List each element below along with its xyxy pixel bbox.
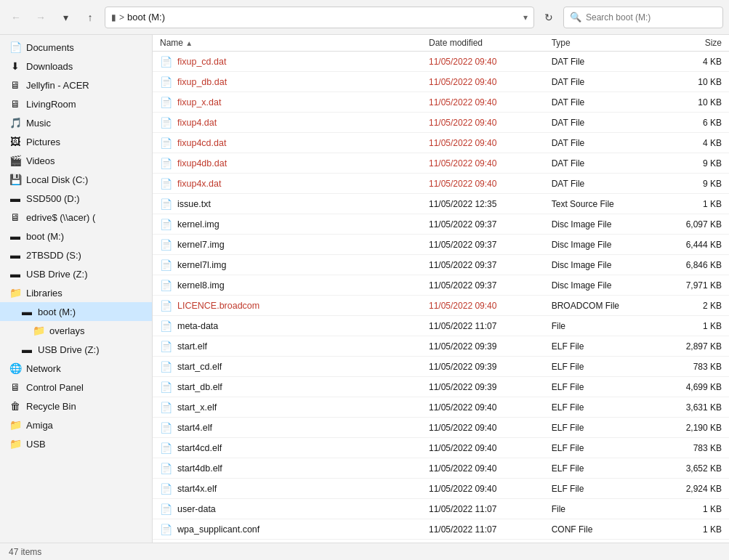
table-row[interactable]: 📄 wpa_supplicant.conf 11/05/2022 11:07 C… bbox=[153, 519, 729, 540]
file-name-text-22: user-data bbox=[177, 504, 216, 514]
file-size-9: 6,444 KB bbox=[661, 240, 729, 250]
address-dropdown-icon[interactable]: ▾ bbox=[523, 12, 528, 23]
file-icon-7: 📄 bbox=[160, 198, 173, 210]
file-date-14: 11/05/2022 09:39 bbox=[429, 341, 552, 352]
file-name-cell-6: 📄 fixup4x.dat bbox=[153, 178, 429, 190]
address-bar[interactable]: ▮ > boot (M:) ▾ bbox=[105, 7, 534, 28]
recent-button[interactable]: ▾ bbox=[55, 7, 76, 28]
file-icon-4: 📄 bbox=[160, 137, 173, 149]
sidebar-item-documents[interactable]: 📄Documents bbox=[0, 38, 152, 57]
file-type-9: Disc Image File bbox=[552, 240, 661, 250]
file-name-text-16: start_db.elf bbox=[177, 382, 222, 392]
file-name-text-19: start4cd.elf bbox=[177, 443, 222, 453]
sidebar-item-network[interactable]: 🌐Network bbox=[0, 359, 152, 378]
file-type-1: DAT File bbox=[552, 77, 661, 87]
file-name-text-18: start4.elf bbox=[177, 423, 212, 433]
table-row[interactable]: 📄 start_x.elf 11/05/2022 09:40 ELF File … bbox=[153, 397, 729, 418]
sidebar-icon-livingroom: 🖥 bbox=[9, 98, 22, 110]
file-rows-container: 📄 fixup_cd.dat 11/05/2022 09:40 DAT File… bbox=[153, 52, 729, 540]
sidebar-item-pictures[interactable]: 🖼Pictures bbox=[0, 132, 152, 151]
sidebar-label-livingroom: LivingRoom bbox=[26, 99, 76, 110]
sidebar-item-overlays[interactable]: 📁overlays bbox=[0, 321, 152, 340]
table-row[interactable]: 📄 issue.txt 11/05/2022 12:35 Text Source… bbox=[153, 194, 729, 214]
table-row[interactable]: 📄 kernel.img 11/05/2022 09:37 Disc Image… bbox=[153, 214, 729, 235]
table-row[interactable]: 📄 start4x.elf 11/05/2022 09:40 ELF File … bbox=[153, 479, 729, 499]
sidebar-label-recyclebin: Recycle Bin bbox=[26, 401, 76, 412]
table-row[interactable]: 📄 kernel7.img 11/05/2022 09:37 Disc Imag… bbox=[153, 235, 729, 255]
col-header-size[interactable]: Size bbox=[661, 38, 729, 48]
file-size-3: 6 KB bbox=[661, 118, 729, 128]
file-size-5: 9 KB bbox=[661, 158, 729, 169]
table-row[interactable]: 📄 fixup4x.dat 11/05/2022 09:40 DAT File … bbox=[153, 174, 729, 194]
table-row[interactable]: 📄 kernel7l.img 11/05/2022 09:37 Disc Ima… bbox=[153, 255, 729, 275]
sidebar-item-usbz2[interactable]: ▬USB Drive (Z:) bbox=[0, 340, 152, 359]
sidebar-item-ssd500[interactable]: ▬SSD500 (D:) bbox=[0, 189, 152, 208]
file-type-17: ELF File bbox=[552, 402, 661, 413]
table-row[interactable]: 📄 start_cd.elf 11/05/2022 09:39 ELF File… bbox=[153, 357, 729, 377]
file-date-23: 11/05/2022 11:07 bbox=[429, 524, 552, 535]
sidebar-item-controlpanel[interactable]: 🖥Control Panel bbox=[0, 378, 152, 397]
sidebar-label-music: Music bbox=[26, 118, 51, 129]
col-header-name[interactable]: Name ▲ bbox=[153, 38, 429, 48]
file-date-19: 11/05/2022 09:40 bbox=[429, 443, 552, 453]
sidebar-item-livingroom[interactable]: 🖥LivingRoom bbox=[0, 94, 152, 113]
table-row[interactable]: 📄 fixup4cd.dat 11/05/2022 09:40 DAT File… bbox=[153, 133, 729, 153]
file-icon-20: 📄 bbox=[160, 463, 173, 474]
search-bar[interactable]: 🔍 bbox=[563, 7, 723, 28]
sidebar-item-amiga[interactable]: 📁Amiga bbox=[0, 415, 152, 434]
sidebar-item-videos[interactable]: 🎬Videos bbox=[0, 151, 152, 170]
table-row[interactable]: 📄 kernel8.img 11/05/2022 09:37 Disc Imag… bbox=[153, 275, 729, 296]
up-button[interactable]: ↑ bbox=[80, 7, 100, 28]
table-row[interactable]: 📄 LICENCE.broadcom 11/05/2022 09:40 BROA… bbox=[153, 296, 729, 316]
refresh-icon: ↻ bbox=[544, 12, 553, 23]
table-row[interactable]: 📄 start_db.elf 11/05/2022 09:39 ELF File… bbox=[153, 377, 729, 397]
file-type-8: Disc Image File bbox=[552, 219, 661, 230]
forward-icon: → bbox=[36, 12, 46, 23]
file-icon-14: 📄 bbox=[160, 341, 173, 352]
file-name-cell-13: 📄 meta-data bbox=[153, 320, 429, 332]
table-row[interactable]: 📄 fixup4db.dat 11/05/2022 09:40 DAT File… bbox=[153, 153, 729, 174]
sidebar-item-libraries[interactable]: 📁Libraries bbox=[0, 283, 152, 302]
table-row[interactable]: 📄 start.elf 11/05/2022 09:39 ELF File 2,… bbox=[153, 336, 729, 357]
file-name-text-3: fixup4.dat bbox=[177, 118, 217, 128]
sidebar-item-usbz[interactable]: ▬USB Drive (Z:) bbox=[0, 264, 152, 283]
file-date-16: 11/05/2022 09:39 bbox=[429, 382, 552, 392]
sidebar-item-bootm[interactable]: ▬boot (M:) bbox=[0, 227, 152, 245]
table-row[interactable]: 📄 start4.elf 11/05/2022 09:40 ELF File 2… bbox=[153, 418, 729, 438]
table-row[interactable]: 📄 fixup_x.dat 11/05/2022 09:40 DAT File … bbox=[153, 92, 729, 113]
sidebar-item-localc[interactable]: 💾Local Disk (C:) bbox=[0, 170, 152, 189]
file-name-cell-14: 📄 start.elf bbox=[153, 341, 429, 352]
sidebar-item-usb[interactable]: 📁USB bbox=[0, 434, 152, 453]
sidebar-item-2tbssd[interactable]: ▬2TBSDD (S:) bbox=[0, 245, 152, 264]
file-icon-16: 📄 bbox=[160, 381, 173, 393]
file-date-11: 11/05/2022 09:37 bbox=[429, 280, 552, 291]
sidebar-item-recyclebin[interactable]: 🗑Recycle Bin bbox=[0, 397, 152, 415]
sidebar-item-downloads[interactable]: ⬇Downloads bbox=[0, 57, 152, 76]
file-icon-8: 📄 bbox=[160, 219, 173, 230]
table-row[interactable]: 📄 user-data 11/05/2022 11:07 File 1 KB bbox=[153, 499, 729, 519]
table-row[interactable]: 📄 fixup_cd.dat 11/05/2022 09:40 DAT File… bbox=[153, 52, 729, 72]
file-size-7: 1 KB bbox=[661, 199, 729, 209]
file-name-cell-1: 📄 fixup_db.dat bbox=[153, 76, 429, 88]
col-header-type[interactable]: Type bbox=[552, 38, 661, 48]
table-row[interactable]: 📄 meta-data 11/05/2022 11:07 File 1 KB bbox=[153, 316, 729, 336]
sidebar-item-music[interactable]: 🎵Music bbox=[0, 113, 152, 132]
sidebar-icon-documents: 📄 bbox=[9, 41, 22, 53]
table-row[interactable]: 📄 start4cd.elf 11/05/2022 09:40 ELF File… bbox=[153, 438, 729, 458]
file-name-text-7: issue.txt bbox=[177, 199, 211, 209]
sidebar-item-boot_active[interactable]: ▬boot (M:) bbox=[0, 302, 152, 321]
sidebar-item-edrive[interactable]: 🖥edrive$ (\\acer) ( bbox=[0, 208, 152, 227]
sidebar-icon-usbz: ▬ bbox=[9, 268, 22, 280]
refresh-button[interactable]: ↻ bbox=[539, 7, 559, 28]
file-size-20: 3,652 KB bbox=[661, 463, 729, 474]
search-input[interactable] bbox=[586, 12, 717, 23]
table-row[interactable]: 📄 fixup4.dat 11/05/2022 09:40 DAT File 6… bbox=[153, 113, 729, 133]
table-row[interactable]: 📄 fixup_db.dat 11/05/2022 09:40 DAT File… bbox=[153, 72, 729, 92]
table-row[interactable]: 📄 start4db.elf 11/05/2022 09:40 ELF File… bbox=[153, 458, 729, 479]
col-header-date[interactable]: Date modified bbox=[429, 38, 552, 48]
forward-button[interactable]: → bbox=[31, 7, 51, 28]
sidebar-icon-localc: 💾 bbox=[9, 174, 22, 185]
sidebar-item-jellyfin[interactable]: 🖥Jellyfin - ACER bbox=[0, 76, 152, 94]
back-button[interactable]: ← bbox=[6, 7, 26, 28]
sidebar-label-edrive: edrive$ (\\acer) ( bbox=[26, 212, 95, 223]
